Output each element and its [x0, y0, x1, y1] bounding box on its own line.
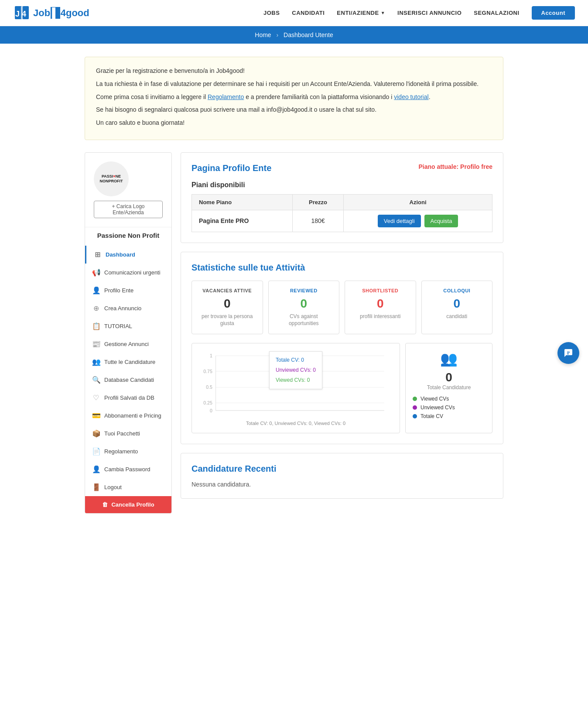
comunicazioni-icon: 📢 [92, 268, 100, 277]
gestione-icon: 📰 [92, 340, 100, 348]
piano-value: Profilo free [460, 163, 492, 170]
sidebar-item-abbonamenti[interactable]: 💳Abbonamenti e Pricing [85, 407, 171, 425]
legend-dot-viewed [413, 397, 417, 401]
trash-icon: 🗑 [102, 501, 108, 508]
profilo-icon: 👤 [92, 286, 100, 295]
chat-icon [563, 348, 574, 358]
logout-icon: 🚪 [92, 483, 100, 491]
sidebar-item-candidature[interactable]: 👥Tutte le Candidature [85, 353, 171, 371]
col-prezzo: Prezzo [292, 194, 343, 210]
chart-area: 1 0.75 0.5 0.25 0 Totale CV: 0 U [191, 343, 400, 433]
stats-cards: VACANCIES ATTIVE 0 per trovare la person… [191, 281, 492, 334]
col-nome: Nome Piano [192, 194, 293, 210]
dashboard-icon: ⊞ [93, 250, 101, 259]
plan-price: 180€ [292, 210, 343, 232]
welcome-box: Grazie per la registrazione e benvenuto/… [85, 57, 503, 140]
org-name: Passione Non Profit [85, 227, 171, 246]
piani-title: Piani disponibili [191, 181, 492, 189]
salvati-icon: ♡ [92, 394, 100, 402]
nav-segnalazioni[interactable]: SEGNALAZIONI [474, 10, 519, 16]
sidebar-item-comunicazioni[interactable]: 📢Comunicazioni urgenti [85, 264, 171, 281]
candidature-section: Candidature Recenti Nessuna candidatura. [181, 453, 503, 499]
upload-logo-button[interactable]: + Carica Logo Ente/Azienda [94, 201, 163, 218]
svg-text:4: 4 [22, 10, 26, 18]
no-candidature-msg: Nessuna candidatura. [191, 481, 492, 488]
welcome-line4: Se hai bisogno di segnalarci qualcosa pu… [96, 105, 492, 115]
acquista-button[interactable]: Acquista [424, 215, 458, 227]
nav-candidati[interactable]: CANDIDATI [292, 10, 325, 16]
sidebar-item-gestione[interactable]: 📰Gestione Annunci [85, 335, 171, 353]
sidebar-item-logout[interactable]: 🚪Logout [85, 478, 171, 496]
shortlisted-label: SHORTLISTED [352, 288, 409, 293]
plan-actions: Vedi dettagli Acquista [344, 210, 492, 232]
account-button[interactable]: Account [532, 6, 575, 20]
password-icon: 👤 [92, 465, 100, 473]
org-logo: PASSI♥NENONPROFIT [94, 161, 129, 196]
sidebar-item-dashboard[interactable]: ⊞Dashboard [85, 246, 171, 264]
svg-text:0.75: 0.75 [203, 369, 212, 374]
summary-label: Totale Candidature [413, 384, 485, 391]
sidebar-item-password[interactable]: 👤Cambia Password [85, 460, 171, 478]
legend-dot-total [413, 414, 417, 418]
breadcrumb-current: Dashboard Utente [284, 31, 333, 38]
sidebar-item-crea[interactable]: ⊕Crea Annuncio [85, 299, 171, 317]
nav-jobs[interactable]: JOBS [263, 10, 280, 16]
svg-text:0.5: 0.5 [206, 385, 212, 390]
chart-row: 1 0.75 0.5 0.25 0 Totale CV: 0 U [191, 343, 492, 433]
candidature-icon: 👥 [92, 358, 100, 366]
passione-logo-text: PASSI♥NENONPROFIT [100, 174, 123, 184]
sidebar-item-salvati[interactable]: ♡Profili Salvati da DB [85, 389, 171, 407]
stats-title: Statistiche sulle tue Attività [191, 263, 492, 273]
svg-text:J: J [15, 10, 20, 18]
profile-header: Pagina Profilo Ente Piano attuale: Profi… [191, 163, 492, 173]
breadcrumb-bar: Home › Dashboard Utente [0, 26, 588, 44]
database-icon: 🔍 [92, 376, 100, 384]
reviewed-value: 0 [276, 297, 332, 311]
profile-section: Pagina Profilo Ente Piano attuale: Profi… [181, 152, 503, 243]
chart-legend: Viewed CVs Unviewed CVs Totale CV [413, 396, 485, 419]
vacancies-label: VACANCIES ATTIVE [199, 288, 256, 293]
sidebar-item-tutorial[interactable]: 📋TUTORIAL [85, 317, 171, 335]
legend-total: Totale CV [413, 413, 485, 419]
delete-profile-button[interactable]: 🗑 Cancella Profilo [85, 496, 171, 513]
video-tutorial-link[interactable]: video tutorial [394, 93, 428, 100]
chart-footer: Totale CV: 0, Unviewed CVs: 0, Viewed CV… [199, 421, 393, 426]
breadcrumb-separator: › [277, 31, 279, 38]
sidebar-item-regolamento[interactable]: 📄Regolamento [85, 442, 171, 460]
welcome-line2: La tua richiesta è in fase di valutazion… [96, 79, 492, 89]
colloqui-label: COLLOQUI [429, 288, 485, 293]
sidebar-item-pacchetti[interactable]: 📦Tuoi Pacchetti [85, 425, 171, 442]
colloqui-value: 0 [429, 297, 485, 311]
content-row: PASSI♥NENONPROFIT + Carica Logo Ente/Azi… [85, 152, 503, 514]
sidebar-item-database[interactable]: 🔍Database Candidati [85, 371, 171, 389]
shortlisted-value: 0 [352, 297, 409, 311]
chat-button[interactable] [557, 342, 579, 364]
regolamento-icon: 📄 [92, 447, 100, 456]
nav-inserisci[interactable]: INSERISCI ANNUNCIO [397, 10, 462, 16]
stat-vacancies: VACANCIES ATTIVE 0 per trovare la person… [191, 281, 263, 334]
vacancies-sub: per trovare la persona giusta [199, 313, 256, 327]
welcome-line5: Un caro saluto e buona giornata! [96, 118, 492, 128]
regolamento-link[interactable]: Regolamento [208, 93, 244, 100]
crea-icon: ⊕ [92, 304, 100, 312]
nav-enti[interactable]: ENTI/AZIENDE ▼ [337, 10, 385, 16]
logo[interactable]: J 4 Job▌4good [13, 4, 89, 22]
legend-unviewed: Unviewed CVs [413, 404, 485, 411]
stats-section: Statistiche sulle tue Attività VACANCIES… [181, 252, 503, 444]
chart-svg: 1 0.75 0.5 0.25 0 [199, 350, 393, 416]
col-azioni: Azioni [344, 194, 492, 210]
svg-text:0.25: 0.25 [203, 400, 212, 405]
navbar: J 4 Job▌4good JOBS CANDIDATI ENTI/AZIEND… [0, 0, 588, 26]
stat-reviewed: REVIEWED 0 CVs against opportunities [268, 281, 340, 334]
summary-people-icon: 👥 [413, 350, 485, 367]
breadcrumb-home[interactable]: Home [255, 31, 271, 38]
sidebar-menu: ⊞Dashboard 📢Comunicazioni urgenti 👤Profi… [85, 246, 171, 496]
table-row: Pagina Ente PRO 180€ Vedi dettagli Acqui… [192, 210, 492, 232]
right-panel: Pagina Profilo Ente Piano attuale: Profi… [181, 152, 503, 514]
vedi-dettagli-button[interactable]: Vedi dettagli [378, 215, 421, 227]
plans-table: Nome Piano Prezzo Azioni Pagina Ente PRO… [191, 194, 492, 232]
reviewed-sub: CVs against opportunities [276, 313, 332, 327]
sidebar-item-profilo[interactable]: 👤Profilo Ente [85, 281, 171, 299]
svg-text:0: 0 [210, 408, 212, 413]
candidature-title: Candidature Recenti [191, 464, 492, 474]
